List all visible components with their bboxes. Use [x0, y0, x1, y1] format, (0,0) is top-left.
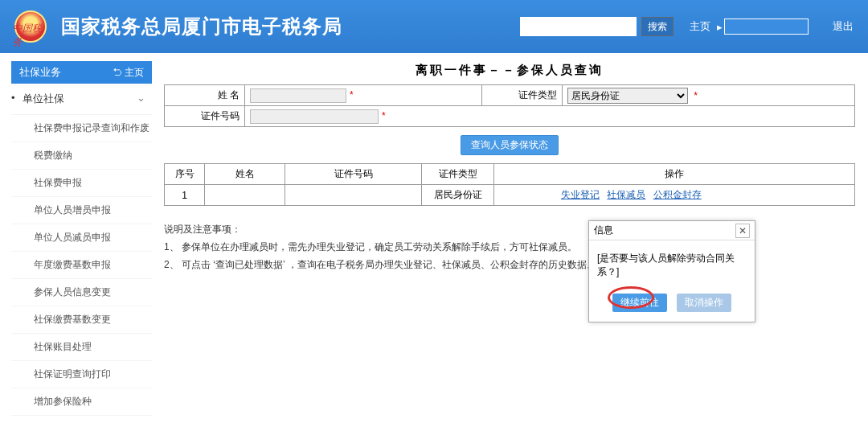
sidebar-home-link[interactable]: ⮌ 主页 [113, 66, 144, 80]
sidebar-item[interactable]: 税费缴纳 [11, 142, 152, 170]
sidebar-header: 社保业务 ⮌ 主页 [11, 61, 152, 84]
op-unemp-register[interactable]: 失业登记 [561, 189, 600, 200]
col-idno: 证件号码 [285, 164, 422, 185]
col-name: 姓名 [205, 164, 285, 185]
caret-right-icon: ▸ [717, 21, 723, 33]
dialog-title: 信息 [594, 224, 613, 237]
cell-idno [285, 185, 422, 206]
cell-idtype: 居民身份证 [422, 185, 494, 206]
sidebar-item[interactable]: 增加参保险种 [11, 388, 152, 416]
sidebar-item[interactable]: 参保人员信息变更 [11, 279, 152, 306]
op-fund-seal[interactable]: 公积金封存 [653, 189, 702, 200]
query-form: 姓 名 * 证件类型 居民身份证 * 证件号码 * [164, 84, 855, 127]
org-dropdown[interactable] [724, 18, 809, 35]
home-link[interactable]: 主页 [690, 19, 710, 34]
close-icon[interactable]: ✕ [735, 224, 750, 238]
logout-link[interactable]: 退出 [833, 19, 854, 34]
result-grid: 序号 姓名 证件号码 证件类型 操作 1 居民身份证 失业登记 社保减员 公积金… [164, 163, 855, 206]
id-no-label: 证件号码 [165, 106, 245, 127]
sidebar-item[interactable]: 社保证明查询打印 [11, 361, 152, 388]
name-input[interactable] [250, 88, 346, 103]
query-button[interactable]: 查询人员参保状态 [461, 135, 559, 155]
app-header: 中国税务 国家税务总局厦门市电子税务局 搜索 主页 ▸ 退出 [0, 0, 868, 53]
col-ops: 操作 [494, 164, 855, 185]
sidebar-item[interactable]: 社保费申报 [11, 170, 152, 197]
sidebar-item[interactable]: 单位人员增员申报 [11, 197, 152, 224]
sidebar: 社保业务 ⮌ 主页 单位社保 社保费申报记录查询和作废 税费缴纳 社保费申报 单… [0, 53, 161, 416]
cell-seq: 1 [165, 185, 205, 206]
sidebar-item[interactable]: 社保账目处理 [11, 334, 152, 361]
search-button[interactable]: 搜索 [641, 17, 674, 36]
confirm-dialog: 信息 ✕ [是否要与该人员解除劳动合同关系？] 继续前往 取消操作 [588, 220, 755, 322]
search-input[interactable] [520, 17, 637, 36]
main-content: 离职一件事－－参保人员查询 姓 名 * 证件类型 居民身份证 * 证件号码 * … [161, 53, 868, 416]
col-seq: 序号 [165, 164, 205, 185]
continue-button[interactable]: 继续前往 [612, 294, 667, 312]
cell-name [205, 185, 285, 206]
name-label: 姓 名 [165, 85, 245, 106]
sidebar-item[interactable]: 年度缴费基数申报 [11, 252, 152, 279]
national-emblem-logo: 中国税务 [14, 10, 47, 43]
id-no-input[interactable] [250, 109, 379, 124]
sidebar-item[interactable]: 社保缴费基数变更 [11, 306, 152, 334]
site-title: 国家税务总局厦门市电子税务局 [61, 14, 342, 39]
col-idtype: 证件类型 [422, 164, 494, 185]
op-social-reduce[interactable]: 社保减员 [607, 189, 645, 200]
sidebar-item[interactable]: 社保费申报记录查询和作废 [11, 115, 152, 142]
page-title: 离职一件事－－参保人员查询 [164, 60, 855, 84]
sidebar-title: 社保业务 [19, 65, 61, 80]
sidebar-category[interactable]: 单位社保 [11, 84, 152, 115]
dialog-message: [是否要与该人员解除劳动合同关系？] [589, 240, 755, 294]
table-row: 1 居民身份证 失业登记 社保减员 公积金封存 [165, 185, 855, 206]
id-type-select[interactable]: 居民身份证 [567, 88, 688, 104]
sidebar-item[interactable]: 单位人员减员申报 [11, 224, 152, 252]
cancel-button[interactable]: 取消操作 [677, 294, 731, 312]
id-type-label: 证件类型 [481, 85, 562, 106]
